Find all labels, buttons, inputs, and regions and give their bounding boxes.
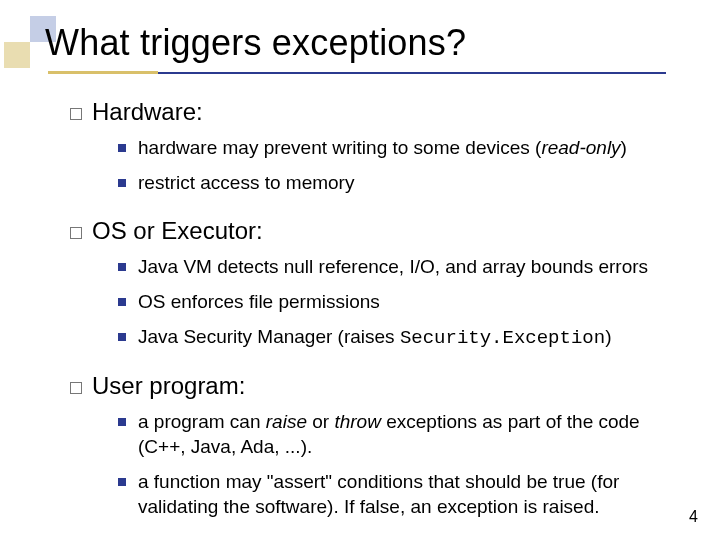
list-item: a program can raise or throw exceptions … <box>118 410 680 459</box>
list-text: restrict access to memory <box>138 171 354 196</box>
list-item: restrict access to memory <box>118 171 680 196</box>
title-underline <box>48 72 666 74</box>
title-wrap: What triggers exceptions? <box>45 22 690 64</box>
page-number: 4 <box>689 508 698 526</box>
bullet-dot-icon <box>118 418 126 426</box>
bullet-dot-icon <box>118 179 126 187</box>
slide: What triggers exceptions? Hardware: hard… <box>0 0 720 540</box>
list-item: a function may "assert" conditions that … <box>118 470 680 519</box>
bullet-square-icon <box>70 108 82 120</box>
list-text: a function may "assert" conditions that … <box>138 470 680 519</box>
list-item: hardware may prevent writing to some dev… <box>118 136 680 161</box>
list-text: a program can raise or throw exceptions … <box>138 410 680 459</box>
list-item: Java Security Manager (raises Security.E… <box>118 325 680 351</box>
bullet-dot-icon <box>118 298 126 306</box>
bullet-square-icon <box>70 227 82 239</box>
section-heading: Hardware: <box>92 98 203 126</box>
section-heading: User program: <box>92 372 245 400</box>
bullet-square-icon <box>70 382 82 394</box>
section-heading: OS or Executor: <box>92 217 263 245</box>
section-user: User program: <box>70 372 680 400</box>
list-text: hardware may prevent writing to some dev… <box>138 136 627 161</box>
list-item: OS enforces file permissions <box>118 290 680 315</box>
bullet-dot-icon <box>118 478 126 486</box>
section-os: OS or Executor: <box>70 217 680 245</box>
list-text: OS enforces file permissions <box>138 290 380 315</box>
content: Hardware: hardware may prevent writing t… <box>70 94 680 521</box>
section-hardware: Hardware: <box>70 98 680 126</box>
list-text: Java Security Manager (raises Security.E… <box>138 325 611 351</box>
bullet-dot-icon <box>118 263 126 271</box>
slide-title: What triggers exceptions? <box>45 22 690 64</box>
list-text: Java VM detects null reference, I/O, and… <box>138 255 648 280</box>
bullet-dot-icon <box>118 333 126 341</box>
list-item: Java VM detects null reference, I/O, and… <box>118 255 680 280</box>
bullet-dot-icon <box>118 144 126 152</box>
